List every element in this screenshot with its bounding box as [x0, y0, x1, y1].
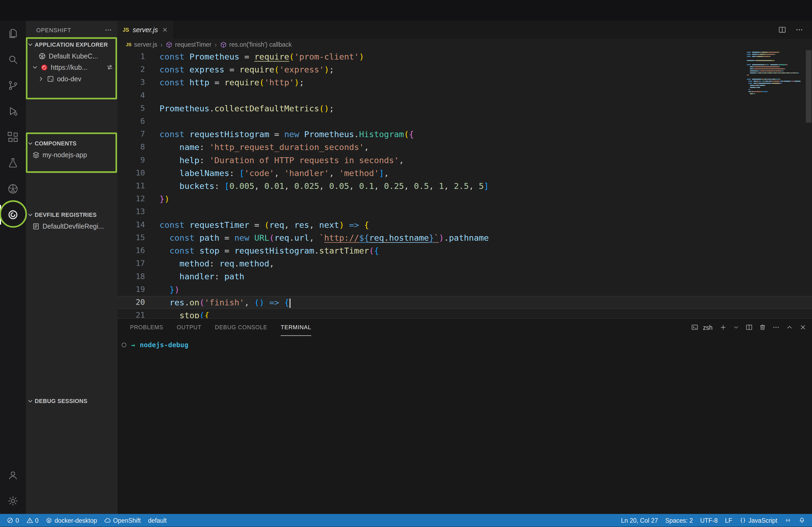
- maximize-panel-icon[interactable]: [786, 323, 794, 331]
- breadcrumb-item[interactable]: res.on('finish') callback: [220, 41, 292, 48]
- status-eol[interactable]: LF: [721, 514, 736, 527]
- sync-icon[interactable]: [106, 64, 113, 71]
- code-line-10[interactable]: 10 labelNames: ['code', 'handler', 'meth…: [118, 167, 812, 180]
- editor-scrollbar[interactable]: [806, 50, 811, 123]
- code-line-15[interactable]: 15 const path = new URL(req.url, `http:/…: [118, 231, 812, 244]
- project-icon: [47, 75, 55, 82]
- shell-label[interactable]: zsh: [703, 323, 713, 331]
- tab-server-js[interactable]: JS server.js: [118, 21, 174, 39]
- tree-item-defaultdevfileregi[interactable]: DefaultDevfileRegi...: [26, 221, 117, 232]
- sidebar-more-actions-icon[interactable]: [104, 26, 113, 34]
- code-line-19[interactable]: 19 }): [118, 283, 812, 296]
- activity-item-run-and-debug[interactable]: [0, 98, 26, 124]
- panel-tab-terminal[interactable]: TERMINAL: [281, 319, 311, 336]
- status-encoding[interactable]: UTF-8: [697, 514, 722, 527]
- minimap[interactable]: [747, 52, 805, 95]
- status-text: default: [148, 517, 166, 524]
- status-language-mode[interactable]: JavaScript: [736, 514, 781, 527]
- status-warnings[interactable]: 0: [23, 514, 42, 527]
- breadcrumb-item[interactable]: requestTimer: [166, 41, 211, 48]
- split-editor-icon[interactable]: [778, 26, 787, 34]
- code-line-18[interactable]: 18 handler: path: [118, 270, 812, 283]
- vscode-window: OPENSHIFT APPLICATION EXPLORERDefault Ku…: [0, 0, 812, 527]
- section-header-devfile-registries[interactable]: DEVFILE REGISTRIES: [26, 209, 117, 220]
- status-kube-context[interactable]: docker-desktop: [42, 514, 101, 527]
- code-line-17[interactable]: 17 method: req.method,: [118, 257, 812, 270]
- terminal-profile-icon[interactable]: [691, 323, 699, 331]
- section-header-application-explorer[interactable]: APPLICATION EXPLORER: [26, 39, 117, 50]
- activity-item-accounts[interactable]: [0, 462, 26, 488]
- code-line-16[interactable]: 16 const stop = requestHistogram.startTi…: [118, 244, 812, 257]
- code-line-6[interactable]: 6: [118, 115, 812, 128]
- line-number: 12: [118, 192, 145, 205]
- code-line-2[interactable]: 2const express = require('express');: [118, 63, 812, 76]
- close-tab-icon[interactable]: [161, 26, 168, 33]
- terminal-dropdown-chevron-icon[interactable]: [733, 324, 740, 331]
- line-number: 17: [118, 257, 145, 270]
- activity-item-settings[interactable]: [0, 488, 26, 514]
- status-text: 0: [16, 517, 19, 524]
- kill-terminal-icon[interactable]: [758, 323, 766, 331]
- debug-icon: [7, 105, 19, 118]
- activity-item-source-control[interactable]: [0, 73, 26, 98]
- panel-tab-problems[interactable]: PROBLEMS: [130, 319, 163, 336]
- search-icon: [7, 54, 19, 66]
- code-line-12[interactable]: 12}): [118, 192, 812, 205]
- activity-item-tests[interactable]: [0, 150, 26, 176]
- status-openshift[interactable]: OpenShift: [101, 514, 144, 527]
- activity-item-explorer[interactable]: [0, 21, 26, 46]
- code-line-21[interactable]: 21 stop({: [118, 309, 812, 318]
- javascript-file-icon: JS: [123, 27, 129, 32]
- code-line-7[interactable]: 7const requestHistogram = new Prometheus…: [118, 128, 812, 140]
- code-line-1[interactable]: 1const Prometheus = require('prom-client…: [118, 50, 812, 63]
- code-line-9[interactable]: 9 help: 'Duration of HTTP requests in se…: [118, 154, 812, 167]
- line-number: 16: [118, 244, 145, 257]
- status-indentation[interactable]: Spaces: 2: [662, 514, 697, 527]
- activity-item-search[interactable]: [0, 47, 26, 73]
- more-icon: [795, 26, 804, 34]
- code-line-3[interactable]: 3const http = require('http');: [118, 76, 812, 89]
- tree-item-default-kubec[interactable]: Default KubeC...: [26, 50, 117, 61]
- code-line-11[interactable]: 11 buckets: [0.005, 0.01, 0.025, 0.05, 0…: [118, 180, 812, 192]
- line-number: 4: [118, 89, 145, 102]
- panel-tab-debug-console[interactable]: DEBUG CONSOLE: [215, 319, 267, 336]
- chevron-down-icon: [27, 398, 33, 404]
- code-line-4[interactable]: 4: [118, 89, 812, 102]
- activity-item-openshift[interactable]: [0, 202, 26, 228]
- new-terminal-icon[interactable]: [719, 323, 727, 331]
- code-line-13[interactable]: 13: [118, 206, 812, 219]
- terminal[interactable]: → nodejs-debug: [118, 336, 812, 514]
- panel-tab-label: OUTPUT: [177, 324, 201, 330]
- split-terminal-icon[interactable]: [745, 323, 753, 331]
- tree-item-label: DefaultDevfileRegi...: [42, 222, 104, 230]
- breadcrumb-item[interactable]: JSserver.js: [126, 41, 157, 48]
- code-line-20[interactable]: 20 res.on('finish', () => {: [118, 296, 812, 309]
- line-number: 18: [118, 270, 145, 283]
- code-editor[interactable]: 1const Prometheus = require('prom-client…: [118, 50, 812, 318]
- status-cursor-position[interactable]: Ln 20, Col 27: [617, 514, 662, 527]
- panel-more-actions-icon[interactable]: [772, 323, 780, 331]
- close-panel-icon[interactable]: [799, 323, 807, 331]
- tree-item-my-nodejs-app[interactable]: my-nodejs-app: [26, 149, 117, 160]
- editor-more-actions-icon[interactable]: [795, 26, 804, 34]
- cluster-icon: [39, 52, 46, 60]
- status-feedback[interactable]: [781, 514, 795, 527]
- activity-item-extensions[interactable]: [0, 124, 26, 150]
- status-namespace[interactable]: default: [144, 514, 170, 527]
- breadcrumb-separator: ›: [160, 41, 162, 48]
- panel-tab-output[interactable]: OUTPUT: [177, 319, 201, 336]
- tree-item-odo-dev[interactable]: odo-dev: [26, 73, 117, 84]
- section-header-debug-sessions[interactable]: DEBUG SESSIONS: [26, 395, 117, 407]
- status-errors[interactable]: 0: [3, 514, 23, 527]
- symbol-method-icon: [220, 41, 227, 48]
- gear-icon: [7, 495, 19, 507]
- code-line-8[interactable]: 8 name: 'http_request_duration_seconds',: [118, 141, 812, 154]
- trash-icon: [758, 323, 766, 331]
- code-line-5[interactable]: 5Prometheus.collectDefaultMetrics();: [118, 102, 812, 115]
- activity-item-kubernetes[interactable]: [0, 176, 26, 202]
- status-notifications[interactable]: [795, 514, 809, 527]
- line-number: 10: [118, 167, 145, 180]
- code-line-14[interactable]: 14const requestTimer = (req, res, next) …: [118, 219, 812, 231]
- section-header-components[interactable]: COMPONENTS: [26, 138, 117, 149]
- tree-item-https-kub[interactable]: https://kub...: [26, 62, 117, 73]
